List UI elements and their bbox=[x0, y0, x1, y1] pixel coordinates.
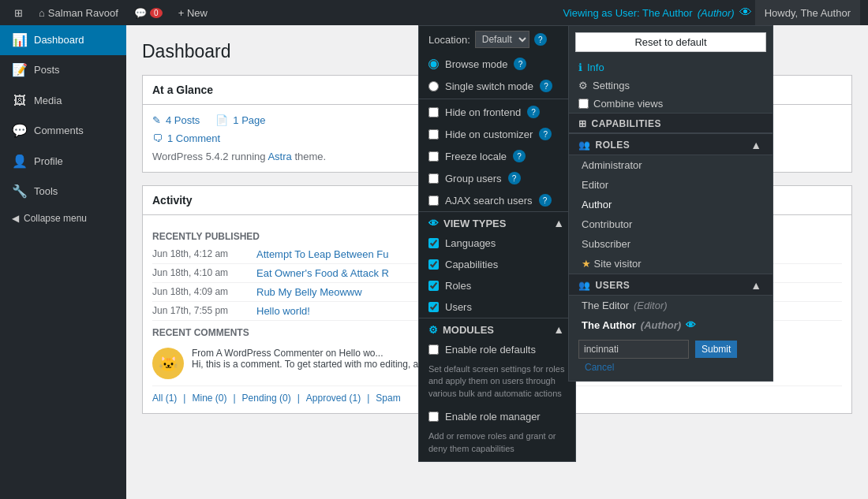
user-author-eye-icon: 👁 bbox=[686, 319, 696, 331]
capabilities-checkbox[interactable] bbox=[428, 259, 439, 270]
roles-collapse-btn[interactable]: ▲ bbox=[749, 139, 763, 151]
combine-views-checkbox[interactable] bbox=[578, 99, 589, 109]
hide-customizer-info[interactable]: ? bbox=[539, 128, 552, 140]
adminbar-home[interactable]: ⌂ Salman Ravoof bbox=[32, 0, 125, 25]
capabilities-header-label: CAPABILITIES bbox=[592, 118, 661, 129]
role-subscriber[interactable]: Subscriber bbox=[569, 234, 773, 254]
cap-search-row: Submit Cancel bbox=[569, 335, 773, 381]
viewing-text: Viewing as User: The Author bbox=[563, 7, 692, 19]
sd-single-switch-row[interactable]: Single switch mode ? bbox=[419, 75, 575, 97]
activity-link-3[interactable]: Rub My Belly Meowww bbox=[256, 286, 362, 298]
activity-link-2[interactable]: Eat Owner's Food & Attack R bbox=[256, 267, 389, 279]
enable-role-manager-checkbox[interactable] bbox=[428, 411, 439, 422]
single-switch-info[interactable]: ? bbox=[540, 80, 552, 92]
sd-hide-frontend-row[interactable]: Hide on frontend ? bbox=[419, 101, 575, 123]
cap-info-row[interactable]: ℹ Info bbox=[569, 58, 773, 76]
sidebar-label-media: Media bbox=[34, 94, 62, 108]
users-collapse-btn[interactable]: ▲ bbox=[749, 279, 763, 292]
cap-combine-row[interactable]: Combine views bbox=[569, 95, 773, 113]
theme-link[interactable]: Astra bbox=[268, 151, 291, 162]
role-author[interactable]: Author bbox=[569, 195, 773, 214]
viewing-eye-icon[interactable]: 👁 bbox=[739, 6, 752, 20]
sd-capabilities-row[interactable]: Capabilities bbox=[419, 254, 575, 275]
modules-collapse-btn[interactable]: ▲ bbox=[552, 323, 566, 336]
activity-date-3: Jun 18th, 4:09 am bbox=[152, 286, 247, 298]
location-info-btn[interactable]: ? bbox=[534, 33, 547, 46]
view-types-collapse-btn[interactable]: ▲ bbox=[552, 217, 566, 229]
activity-link-4[interactable]: Hello world! bbox=[256, 305, 310, 317]
sd-roles-row[interactable]: Roles bbox=[419, 275, 575, 296]
all-link-approved[interactable]: Approved (1) bbox=[306, 393, 361, 404]
role-site-visitor[interactable]: ★ Site visitor bbox=[569, 254, 773, 274]
activity-date-4: Jun 17th, 7:55 pm bbox=[152, 305, 247, 317]
hide-customizer-label: Hide on customizer bbox=[445, 128, 533, 140]
sd-enable-role-defaults-row[interactable]: Enable role defaults bbox=[419, 339, 575, 360]
sd-browse-mode-row[interactable]: Browse mode ? bbox=[419, 53, 575, 75]
comment-post-link[interactable]: Hello wo... bbox=[339, 348, 383, 359]
glance-comments[interactable]: 🗨 1 Comment bbox=[152, 132, 220, 144]
role-editor[interactable]: Editor bbox=[569, 175, 773, 195]
hide-frontend-checkbox[interactable] bbox=[428, 107, 439, 117]
group-users-info[interactable]: ? bbox=[508, 172, 521, 184]
ajax-search-info[interactable]: ? bbox=[539, 194, 552, 207]
roles-section-title: 👥 ROLES bbox=[578, 140, 630, 151]
group-users-checkbox[interactable] bbox=[428, 173, 439, 184]
all-link-pending[interactable]: Pending (0) bbox=[242, 393, 291, 404]
languages-checkbox[interactable] bbox=[428, 238, 439, 248]
freeze-locale-info[interactable]: ? bbox=[513, 150, 526, 162]
adminbar-comments[interactable]: 💬 0 bbox=[128, 0, 169, 25]
info-circle-icon: ℹ bbox=[578, 61, 582, 73]
hide-customizer-checkbox[interactable] bbox=[428, 129, 439, 140]
sidebar-item-posts[interactable]: 📝 Posts bbox=[0, 55, 126, 85]
glance-posts[interactable]: ✎ 4 Posts bbox=[152, 114, 200, 126]
layout: 📊 Dashboard 📝 Posts 🖼 Media 💬 Comments 👤… bbox=[0, 25, 868, 499]
user-editor[interactable]: The Editor (Editor) bbox=[569, 296, 773, 315]
role-contributor[interactable]: Contributor bbox=[569, 214, 773, 234]
sidebar-collapse[interactable]: ◀ Collapse menu bbox=[0, 207, 126, 230]
modules-label: MODULES bbox=[443, 324, 494, 336]
ajax-search-checkbox[interactable] bbox=[428, 196, 439, 206]
browse-mode-info[interactable]: ? bbox=[514, 58, 526, 70]
role-administrator[interactable]: Administrator bbox=[569, 155, 773, 175]
reset-to-default-button[interactable]: Reset to default bbox=[575, 32, 766, 52]
sidebar-item-comments[interactable]: 💬 Comments bbox=[0, 116, 126, 146]
settings-dropdown: Location: Default Left Right Top Bottom … bbox=[418, 25, 576, 462]
cap-cancel-button[interactable]: Cancel bbox=[578, 359, 620, 376]
adminbar-howdy[interactable]: Howdy, The Author bbox=[755, 0, 860, 25]
cap-settings-row[interactable]: ⚙ Settings bbox=[569, 76, 773, 95]
activity-link-1[interactable]: Attempt To Leap Between Fu bbox=[256, 248, 388, 260]
browse-mode-radio[interactable] bbox=[428, 59, 439, 69]
sidebar-item-dashboard[interactable]: 📊 Dashboard bbox=[0, 25, 126, 55]
sd-users-row[interactable]: Users bbox=[419, 296, 575, 318]
sd-hide-customizer-row[interactable]: Hide on customizer ? bbox=[419, 123, 575, 145]
sidebar-item-media[interactable]: 🖼 Media bbox=[0, 86, 126, 116]
sidebar-label-comments: Comments bbox=[34, 124, 84, 138]
user-author[interactable]: The Author (Author) 👁 bbox=[569, 315, 773, 335]
sidebar-item-tools[interactable]: 🔧 Tools bbox=[0, 177, 126, 207]
users-checkbox[interactable] bbox=[428, 302, 439, 312]
all-link-mine[interactable]: Mine (0) bbox=[192, 393, 226, 404]
sd-freeze-locale-row[interactable]: Freeze locale ? bbox=[419, 145, 575, 167]
sd-ajax-search-row[interactable]: AJAX search users ? bbox=[419, 189, 575, 211]
settings-gear-icon: ⚙ bbox=[578, 80, 588, 91]
all-link-spam[interactable]: Spam bbox=[376, 393, 400, 404]
location-select[interactable]: Default Left Right Top Bottom bbox=[475, 31, 529, 48]
sidebar-label-posts: Posts bbox=[34, 63, 60, 77]
adminbar-new[interactable]: + New bbox=[172, 0, 214, 25]
sidebar-item-profile[interactable]: 👤 Profile bbox=[0, 147, 126, 177]
single-switch-label: Single switch mode bbox=[445, 80, 533, 92]
glance-pages[interactable]: 📄 1 Page bbox=[215, 114, 265, 126]
single-switch-radio[interactable] bbox=[428, 81, 439, 91]
sd-enable-role-manager-row[interactable]: Enable role manager bbox=[419, 406, 575, 427]
enable-role-defaults-checkbox[interactable] bbox=[428, 344, 439, 355]
comment-author-link[interactable]: From A WordPress Commenter bbox=[192, 348, 324, 359]
sd-languages-row[interactable]: Languages bbox=[419, 233, 575, 254]
all-link-all[interactable]: All (1) bbox=[152, 393, 177, 404]
cap-search-input[interactable] bbox=[578, 340, 689, 359]
sd-group-users-row[interactable]: Group users ? bbox=[419, 167, 575, 189]
hide-frontend-info[interactable]: ? bbox=[527, 106, 540, 118]
adminbar-wp-logo[interactable]: ⊞ bbox=[8, 0, 29, 25]
roles-checkbox[interactable] bbox=[428, 281, 439, 291]
freeze-locale-checkbox[interactable] bbox=[428, 151, 439, 162]
cap-submit-button[interactable]: Submit bbox=[695, 341, 737, 358]
